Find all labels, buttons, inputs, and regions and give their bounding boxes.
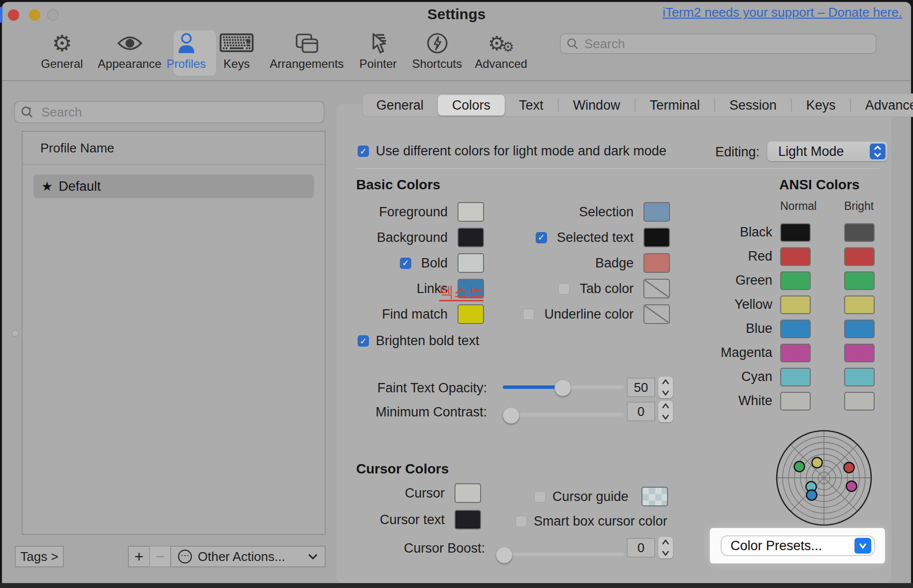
- cursor-guide-checkbox[interactable]: ✓: [534, 491, 546, 502]
- underline-color-swatch[interactable]: [643, 304, 670, 324]
- tab-keys[interactable]: Keys: [792, 95, 850, 116]
- selected-text-swatch[interactable]: [643, 228, 670, 247]
- toolbar-item-shortcuts[interactable]: Shortcuts: [406, 30, 468, 71]
- foreground-swatch[interactable]: [457, 202, 484, 222]
- editing-dropdown[interactable]: Light Mode: [767, 142, 887, 161]
- tab-general[interactable]: General: [362, 95, 438, 116]
- toolbar-item-appearance[interactable]: Appearance: [96, 30, 163, 71]
- cursor-boost-slider[interactable]: [496, 553, 624, 556]
- tab-advanced[interactable]: Advanced: [851, 95, 913, 116]
- sidebar-search-input[interactable]: [40, 104, 318, 120]
- toolbar-search-input[interactable]: [583, 36, 870, 52]
- tab-color-swatch[interactable]: [643, 279, 670, 298]
- toolbar-item-arrangements[interactable]: Arrangements: [264, 30, 350, 71]
- min-contrast-value[interactable]: 0: [627, 402, 655, 421]
- profile-row-default[interactable]: ★ Default: [33, 175, 314, 198]
- checkmark-icon: ✓: [538, 233, 545, 242]
- circle-ellipsis-icon: ⋯: [178, 550, 192, 563]
- ansi-blue-normal-swatch[interactable]: [780, 320, 811, 338]
- selection-swatch[interactable]: [643, 202, 670, 222]
- ansi-blue-bright-swatch[interactable]: [844, 320, 875, 338]
- different-colors-checkbox[interactable]: ✓: [358, 146, 369, 157]
- ansi-black-normal-swatch[interactable]: [780, 223, 811, 242]
- slider-knob[interactable]: [496, 547, 513, 563]
- ansi-red-bright-swatch[interactable]: [844, 247, 875, 266]
- checkmark-icon: ✓: [360, 147, 367, 156]
- find-match-swatch[interactable]: [457, 304, 484, 324]
- ansi-green-normal-swatch[interactable]: [780, 271, 811, 290]
- ansi-magenta-bright-swatch[interactable]: [844, 344, 875, 362]
- eye-icon: [117, 30, 143, 56]
- ansi-white-normal-swatch[interactable]: [780, 392, 811, 411]
- faint-opacity-stepper[interactable]: [658, 377, 673, 398]
- ansi-row-black: Black: [702, 220, 875, 244]
- underline-color-checkbox[interactable]: ✓: [523, 309, 534, 320]
- min-contrast-slider[interactable]: [503, 413, 624, 416]
- smart-box-row: ✓ Smart box cursor color: [516, 514, 668, 529]
- tab-session[interactable]: Session: [715, 95, 791, 116]
- ansi-magenta-normal-swatch[interactable]: [780, 344, 811, 362]
- cursor-boost-stepper[interactable]: [658, 537, 673, 559]
- remove-profile-button[interactable]: −: [149, 546, 171, 567]
- ansi-cyan-bright-swatch[interactable]: [844, 368, 875, 386]
- min-contrast-stepper[interactable]: [658, 401, 673, 422]
- wheel-color-dot[interactable]: [812, 458, 822, 468]
- faint-opacity-slider[interactable]: [503, 385, 624, 389]
- gear-icon: ⚙: [52, 30, 72, 56]
- other-actions-label: Other Actions...: [198, 549, 285, 564]
- toolbar-item-advanced[interactable]: ⚙⚙ Advanced: [468, 30, 534, 71]
- color-row-badge: Badge: [512, 250, 670, 276]
- ansi-yellow-bright-swatch[interactable]: [844, 295, 875, 314]
- color-wheel[interactable]: [775, 429, 873, 527]
- tab-text[interactable]: Text: [505, 95, 558, 116]
- chevron-down-icon: [662, 550, 670, 556]
- chevron-down-icon: [308, 553, 318, 560]
- cursor-guide-swatch[interactable]: [641, 487, 668, 506]
- ansi-row-blue: Blue: [702, 317, 875, 341]
- tab-terminal[interactable]: Terminal: [636, 95, 714, 116]
- add-profile-button[interactable]: +: [128, 546, 150, 567]
- selected-text-checkbox[interactable]: ✓: [536, 232, 547, 243]
- tab-color-checkbox[interactable]: ✓: [558, 283, 570, 294]
- toolbar-item-profiles[interactable]: Profiles: [163, 30, 210, 71]
- badge-swatch[interactable]: [643, 253, 670, 273]
- ansi-row-magenta: Magenta: [702, 341, 875, 365]
- chevron-up-icon: [662, 379, 670, 385]
- smart-box-checkbox[interactable]: ✓: [516, 516, 527, 527]
- updown-chevron-icon: [870, 144, 885, 159]
- ansi-cyan-normal-swatch[interactable]: [780, 368, 811, 386]
- wheel-color-dot[interactable]: [807, 490, 817, 500]
- ansi-white-bright-swatch[interactable]: [844, 392, 875, 411]
- cursor-boost-value[interactable]: 0: [627, 538, 655, 558]
- slider-knob[interactable]: [554, 380, 571, 396]
- ansi-green-bright-swatch[interactable]: [844, 271, 875, 290]
- sidebar-search[interactable]: [14, 101, 325, 123]
- toolbar-item-pointer[interactable]: Pointer: [350, 30, 406, 71]
- ansi-black-bright-swatch[interactable]: [844, 223, 875, 242]
- wheel-color-dot[interactable]: [847, 481, 857, 492]
- tab-window[interactable]: Window: [559, 95, 635, 116]
- toolbar-search[interactable]: [560, 33, 877, 54]
- profile-list-header: Profile Name: [40, 141, 325, 156]
- wheel-color-dot[interactable]: [844, 463, 854, 473]
- background-swatch[interactable]: [457, 228, 484, 247]
- brighten-bold-checkbox[interactable]: ✓: [358, 335, 369, 347]
- tags-button[interactable]: Tags >: [15, 546, 64, 567]
- donate-link[interactable]: iTerm2 needs your support – Donate here.: [663, 5, 902, 20]
- editing-value: Light Mode: [778, 144, 844, 159]
- ansi-red-normal-swatch[interactable]: [780, 247, 811, 266]
- bold-checkbox[interactable]: ✓: [400, 258, 411, 269]
- ansi-yellow-normal-swatch[interactable]: [780, 295, 811, 314]
- faint-opacity-value[interactable]: 50: [627, 378, 655, 397]
- cursor-swatch[interactable]: [455, 483, 481, 503]
- color-presets-dropdown[interactable]: Color Presets...: [721, 535, 875, 556]
- wheel-color-dot[interactable]: [794, 462, 805, 472]
- other-actions-dropdown[interactable]: ⋯ Other Actions...: [170, 546, 326, 567]
- bold-swatch[interactable]: [457, 253, 484, 273]
- cursor-text-swatch[interactable]: [455, 510, 481, 529]
- toolbar-item-keys[interactable]: ⌨ Keys: [210, 30, 264, 71]
- ansi-normal-header: Normal: [780, 200, 817, 213]
- tab-colors[interactable]: Colors: [438, 95, 505, 116]
- slider-knob[interactable]: [503, 407, 519, 424]
- toolbar-item-general[interactable]: ⚙ General: [28, 30, 96, 71]
